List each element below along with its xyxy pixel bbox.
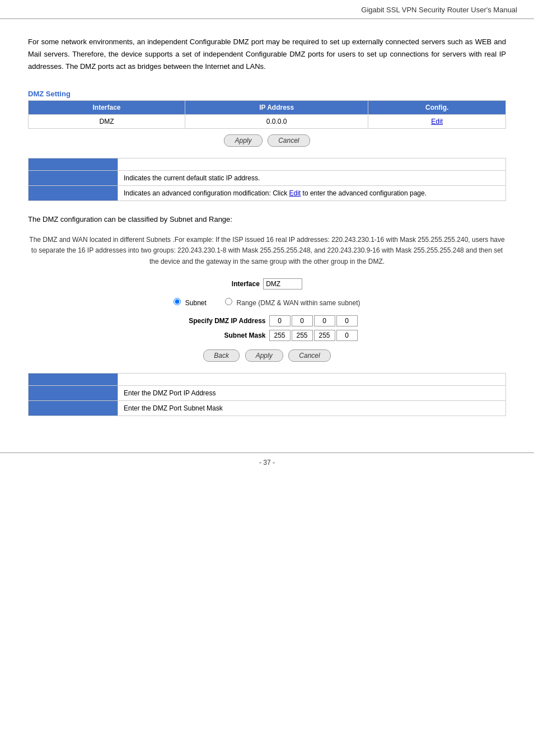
dmz-ip-row: Specify DMZ IP Address xyxy=(28,315,506,326)
description-table-2: Enter the DMZ Port IP Address Enter the … xyxy=(28,373,506,416)
col-ip-address: IP Address xyxy=(185,101,368,115)
desc2-content-empty xyxy=(118,373,506,385)
dmz-setting-title: DMZ Setting xyxy=(28,90,506,98)
subnet-label-text: Subnet xyxy=(185,299,207,307)
subnet-radio-label[interactable]: Subnet xyxy=(174,299,208,307)
subnet-mask-label: Subnet Mask xyxy=(176,332,266,339)
desc-text-2a: Indicates an advanced configuration modi… xyxy=(124,189,287,197)
desc2-header-1 xyxy=(29,385,118,400)
desc-text-2b: to enter the advanced configuration page… xyxy=(303,189,427,197)
desc-header-empty-1 xyxy=(29,158,118,171)
footer: - 37 - xyxy=(0,452,534,472)
interface-input[interactable] xyxy=(263,278,302,290)
interface-row: Interface xyxy=(28,278,506,290)
range-label-text: Range (DMZ & WAN within same subnet) xyxy=(237,299,360,307)
desc-row-2: Indicates an advanced configuration modi… xyxy=(29,186,506,201)
col-config: Config. xyxy=(368,101,506,115)
row-interface: DMZ xyxy=(29,115,185,129)
cancel-button-1[interactable]: Cancel xyxy=(268,134,310,147)
cancel-button-2[interactable]: Cancel xyxy=(288,349,330,362)
desc2-empty-row xyxy=(29,373,506,385)
manual-title: Gigabit SSL VPN Security Router User's M… xyxy=(361,6,517,14)
dmz-setting-table: Interface IP Address Config. DMZ 0.0.0.0… xyxy=(28,100,506,129)
desc-content-empty-1 xyxy=(118,158,506,171)
desc2-row-1: Enter the DMZ Port IP Address xyxy=(29,385,506,400)
desc2-content-2: Enter the DMZ Port Subnet Mask xyxy=(118,400,506,416)
radio-row: Subnet Range (DMZ & WAN within same subn… xyxy=(28,298,506,307)
subnet-mask-octet-2[interactable] xyxy=(292,330,313,341)
desc-empty-row-1 xyxy=(29,158,506,171)
row-ip-address: 0.0.0.0 xyxy=(185,115,368,129)
desc2-content-1: Enter the DMZ Port IP Address xyxy=(118,385,506,400)
desc-content-1: Indicates the current default static IP … xyxy=(118,171,506,186)
button-row-1: Apply Cancel xyxy=(28,134,506,147)
desc-edit-link[interactable]: Edit xyxy=(289,189,301,197)
button-row-2: Back Apply Cancel xyxy=(28,349,506,362)
desc-content-2: Indicates an advanced configuration modi… xyxy=(118,186,506,201)
desc2-header-2 xyxy=(29,400,118,416)
back-button[interactable]: Back xyxy=(203,349,240,362)
desc2-row-2: Enter the DMZ Port Subnet Mask xyxy=(29,400,506,416)
desc-header-2 xyxy=(29,186,118,201)
desc-header-1 xyxy=(29,171,118,186)
interface-label: Interface xyxy=(232,280,260,288)
subnet-mask-octet-3[interactable] xyxy=(314,330,335,341)
subnet-radio[interactable] xyxy=(174,298,181,305)
dmz-ip-octet-2[interactable] xyxy=(292,315,313,326)
range-radio[interactable] xyxy=(225,298,232,305)
description-table-1: Indicates the current default static IP … xyxy=(28,158,506,201)
subnet-description: The DMZ and WAN located in different Sub… xyxy=(28,235,506,267)
apply-button-2[interactable]: Apply xyxy=(245,349,283,362)
dmz-ip-octet-1[interactable] xyxy=(269,315,291,326)
col-interface: Interface xyxy=(29,101,185,115)
dmz-ip-octet-3[interactable] xyxy=(314,315,335,326)
subnet-mask-row: Subnet Mask xyxy=(28,330,506,341)
dmz-ip-octet-4[interactable] xyxy=(336,315,358,326)
ip-config: Specify DMZ IP Address Subnet Mask xyxy=(28,315,506,341)
classify-text: The DMZ configuration can be classified … xyxy=(28,215,506,223)
table-row: DMZ 0.0.0.0 Edit xyxy=(29,115,506,129)
subnet-mask-octet-1[interactable] xyxy=(269,330,291,341)
subnet-mask-octet-4[interactable] xyxy=(336,330,358,341)
apply-button-1[interactable]: Apply xyxy=(224,134,262,147)
dmz-ip-label: Specify DMZ IP Address xyxy=(176,317,266,325)
desc-row-1: Indicates the current default static IP … xyxy=(29,171,506,186)
desc2-header-empty xyxy=(29,373,118,385)
intro-paragraph: For some network environments, an indepe… xyxy=(28,36,506,73)
range-radio-label[interactable]: Range (DMZ & WAN within same subnet) xyxy=(225,299,360,307)
page-number: - 37 - xyxy=(259,459,275,466)
row-config[interactable]: Edit xyxy=(368,115,506,129)
edit-link[interactable]: Edit xyxy=(431,118,443,125)
